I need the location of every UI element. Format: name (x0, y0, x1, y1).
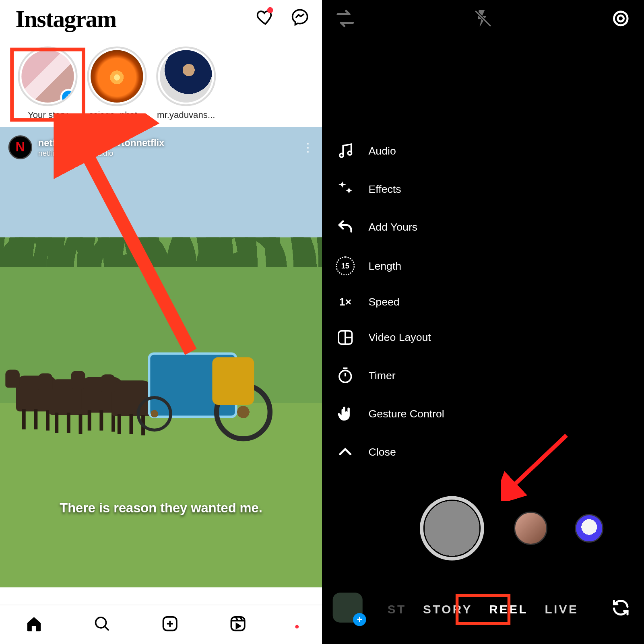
length-icon: 15 (335, 256, 355, 275)
switch-camera-icon[interactable] (611, 597, 631, 620)
svg-rect-6 (231, 617, 244, 630)
post-author-avatar[interactable]: N (8, 135, 32, 159)
effect-thumbnail[interactable] (514, 512, 547, 545)
tool-close-label: Close (369, 446, 396, 458)
story-item[interactable]: mr.yaduvans... (155, 47, 217, 120)
tool-layout-label: Video Layout (369, 331, 431, 344)
mode-story[interactable]: STORY (423, 603, 473, 617)
add-story-plus-icon[interactable]: + (60, 89, 77, 105)
tool-speed[interactable]: 1× Speed (335, 296, 444, 308)
post-caption-overlay: There is reason they wanted me. (0, 500, 322, 516)
settings-gear-icon[interactable] (611, 8, 631, 31)
tool-audio-label: Audio (369, 144, 396, 157)
mode-live[interactable]: LIVE (545, 603, 579, 617)
chevron-up-icon (335, 443, 355, 461)
stopwatch-icon (335, 367, 355, 384)
svg-point-10 (618, 16, 624, 22)
tool-audio[interactable]: Audio (335, 142, 444, 160)
speed-icon: 1× (335, 296, 355, 308)
camera-tools-panel: Audio Effects Add Yours 15 Length 1× Spe… (335, 142, 444, 461)
music-note-icon (335, 142, 355, 160)
tool-speed-label: Speed (369, 296, 400, 308)
effect-thumbnail[interactable] (575, 514, 603, 543)
mode-post-partial[interactable]: ST (388, 603, 407, 617)
tool-timer[interactable]: Timer (335, 367, 444, 384)
mode-reel[interactable]: REEL (489, 603, 528, 617)
tool-length[interactable]: 15 Length (335, 256, 444, 275)
nav-home-icon[interactable] (25, 615, 43, 635)
nav-create-icon[interactable] (161, 615, 179, 635)
activity-notification-dot (267, 7, 273, 13)
story-username: ssiaga_phot... (86, 110, 148, 120)
story-avatar (91, 50, 143, 102)
your-story[interactable]: + Your story (17, 47, 78, 120)
feed-header: Instagram (0, 0, 322, 37)
svg-point-12 (348, 151, 351, 155)
svg-point-1 (96, 617, 106, 627)
story-avatar (160, 50, 212, 102)
annotation-arrow-to-shutter (501, 429, 572, 501)
tool-effects-label: Effects (369, 183, 401, 195)
your-story-label: Your story (17, 110, 78, 120)
tool-gesture-label: Gesture Control (369, 408, 444, 420)
stories-tray[interactable]: + Your story ssiaga_phot... mr.yaduvans.… (0, 37, 322, 124)
hand-icon (335, 405, 355, 423)
tool-add-yours-label: Add Yours (369, 221, 418, 233)
sparkle-icon (335, 180, 355, 198)
svg-line-2 (105, 626, 109, 630)
shutter-button[interactable] (420, 496, 484, 561)
instagram-logo[interactable]: Instagram (16, 4, 116, 33)
close-camera-icon[interactable] (335, 8, 355, 31)
tool-gesture[interactable]: Gesture Control (335, 405, 444, 423)
story-item[interactable]: ssiaga_phot... (86, 47, 148, 120)
reply-arrow-icon (335, 218, 355, 236)
reel-camera-screen: Audio Effects Add Yours 15 Length 1× Spe… (322, 0, 644, 644)
tool-close[interactable]: Close (335, 443, 444, 461)
activity-heart-icon[interactable] (256, 8, 274, 29)
tool-video-layout[interactable]: Video Layout (335, 328, 444, 346)
nav-reels-icon[interactable] (229, 615, 247, 635)
tool-add-yours[interactable]: Add Yours (335, 218, 444, 236)
svg-point-9 (614, 12, 627, 25)
flash-off-icon[interactable] (473, 8, 493, 31)
bottom-nav (0, 605, 322, 644)
messenger-icon[interactable] (291, 8, 309, 29)
tool-effects[interactable]: Effects (335, 180, 444, 198)
post-media[interactable]: There is reason they wanted me. (0, 127, 322, 588)
camera-mode-selector[interactable]: ST STORY REEL LIVE (322, 603, 644, 617)
svg-point-11 (340, 153, 343, 157)
post-audio-label[interactable]: netflix • Original audio (38, 148, 164, 157)
layout-grid-icon (335, 328, 355, 346)
instagram-feed-screen: Instagram + Your story ssiaga_ph (0, 0, 322, 644)
feed-post[interactable]: There is reason they wanted me. N netfli… (0, 127, 322, 588)
post-more-icon[interactable]: ⋮ (302, 140, 314, 155)
post-author-name[interactable]: netflix and bridgertonnetflix (38, 137, 164, 148)
svg-line-19 (510, 435, 567, 489)
post-header[interactable]: N netflix and bridgertonnetflix netflix … (0, 132, 322, 163)
shutter-row (322, 496, 644, 561)
story-username: mr.yaduvans... (155, 110, 217, 120)
nav-search-icon[interactable] (93, 615, 111, 635)
tool-timer-label: Timer (369, 369, 396, 382)
tool-length-label: Length (369, 260, 402, 272)
